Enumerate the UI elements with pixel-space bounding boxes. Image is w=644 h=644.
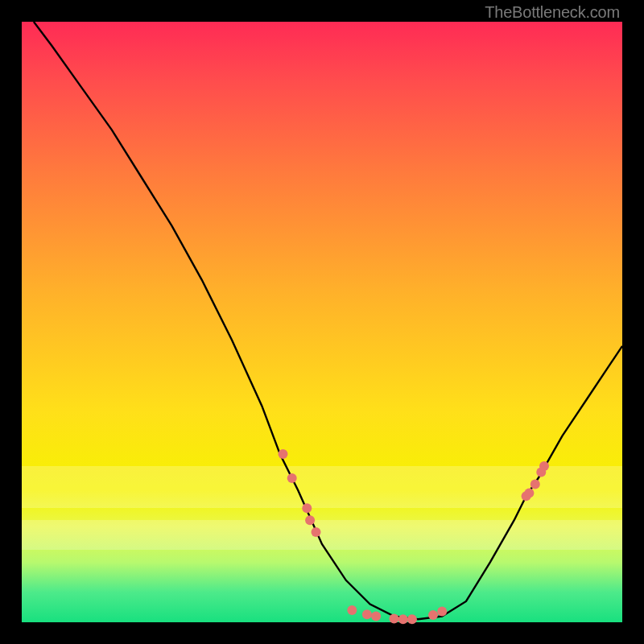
curve-marker [362, 609, 372, 619]
curve-marker [530, 479, 540, 489]
curve-marker [398, 614, 408, 624]
curve-marker [347, 605, 357, 615]
curve-marker [407, 614, 417, 624]
curve-marker [437, 607, 447, 617]
curve-marker [371, 612, 381, 621]
curve-marker [279, 449, 288, 459]
curve-marker [305, 515, 315, 525]
curve-marker [302, 503, 312, 513]
chart-svg [22, 22, 622, 622]
curve-marker [524, 489, 534, 498]
curve-marker [539, 461, 549, 471]
curve-marker [312, 527, 321, 537]
curve-marker [390, 614, 399, 624]
curve-marker [287, 473, 297, 483]
curve-marker [428, 610, 438, 620]
attribution-text: TheBottleneck.com [485, 3, 620, 22]
bottleneck-curve [34, 22, 622, 619]
chart-frame: TheBottleneck.com [0, 0, 644, 644]
